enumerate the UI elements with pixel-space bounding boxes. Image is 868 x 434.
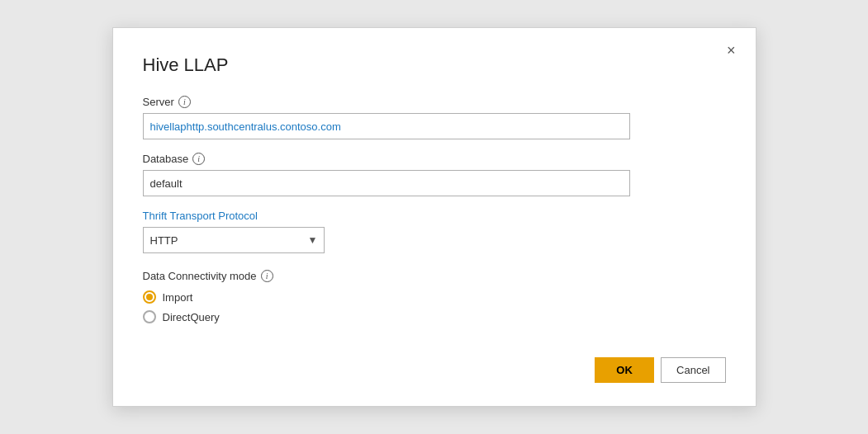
- server-form-group: Server i: [143, 96, 726, 139]
- radio-import-custom: [143, 290, 156, 304]
- dialog: × Hive LLAP Server i Database i Thrift T…: [112, 27, 757, 407]
- database-input[interactable]: [143, 170, 630, 196]
- thrift-select-wrapper: HTTP Binary SASL ▼: [143, 227, 325, 253]
- radio-import-dot: [146, 294, 153, 300]
- server-input[interactable]: [143, 113, 630, 139]
- close-icon: ×: [727, 42, 736, 59]
- connectivity-section: Data Connectivity mode i Import DirectQu…: [143, 270, 726, 323]
- cancel-button[interactable]: Cancel: [661, 357, 725, 383]
- database-info-icon[interactable]: i: [192, 153, 205, 165]
- dialog-overlay: × Hive LLAP Server i Database i Thrift T…: [0, 0, 868, 434]
- radio-import[interactable]: Import: [143, 290, 726, 304]
- radio-directquery-label: DirectQuery: [163, 311, 220, 323]
- thrift-select[interactable]: HTTP Binary SASL: [143, 227, 325, 253]
- close-button[interactable]: ×: [722, 40, 741, 61]
- radio-directquery[interactable]: DirectQuery: [143, 310, 726, 323]
- radio-directquery-custom: [143, 310, 156, 323]
- radio-import-label: Import: [163, 291, 193, 304]
- ok-button[interactable]: OK: [595, 357, 654, 383]
- connectivity-label: Data Connectivity mode i: [143, 270, 726, 282]
- connectivity-info-icon[interactable]: i: [261, 270, 273, 282]
- database-label: Database i: [143, 153, 726, 165]
- thrift-form-group: Thrift Transport Protocol HTTP Binary SA…: [143, 210, 726, 253]
- radio-group: Import DirectQuery: [143, 290, 726, 323]
- server-label: Server i: [143, 96, 726, 108]
- dialog-title: Hive LLAP: [143, 54, 726, 76]
- server-info-icon[interactable]: i: [178, 96, 191, 108]
- thrift-label: Thrift Transport Protocol: [143, 210, 726, 222]
- dialog-footer: OK Cancel: [143, 334, 726, 383]
- database-form-group: Database i: [143, 153, 726, 196]
